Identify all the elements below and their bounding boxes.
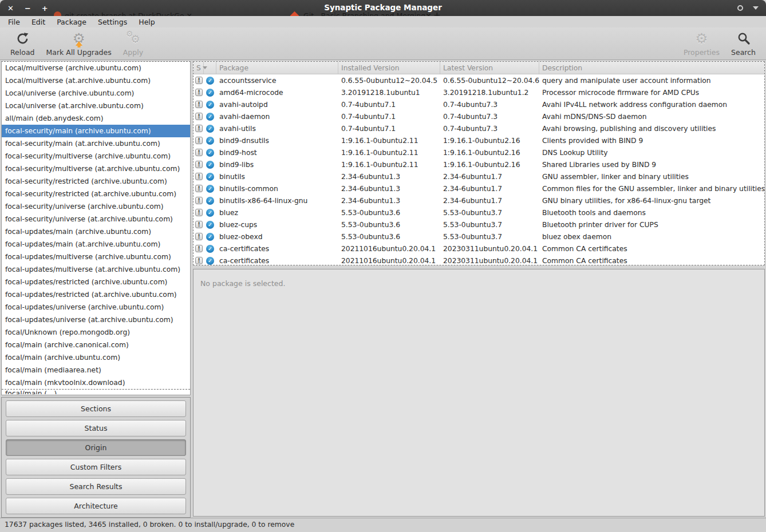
table-row[interactable]: !✓binutils-x86-64-linux-gnu2.34-6ubuntu1…: [194, 194, 764, 207]
repo-item[interactable]: focal/main (archive.ubuntu.com): [2, 351, 190, 364]
titlebar-right-controls: [737, 0, 759, 16]
status-column-label: S: [196, 64, 201, 72]
repo-item[interactable]: focal-updates/main (archive.ubuntu.com): [2, 225, 190, 238]
repo-item[interactable]: all/main (deb.anydesk.com): [2, 112, 190, 125]
table-row[interactable]: !✓binutils-common2.34-6ubuntu1.32.34-6ub…: [194, 182, 764, 194]
repo-item-selected[interactable]: focal-security/main (archive.ubuntu.com): [2, 125, 190, 137]
package-name-cell: amd64-microcode: [216, 89, 338, 97]
repo-item[interactable]: focal-updates/universe (archive.ubuntu.c…: [2, 301, 190, 313]
apply-button[interactable]: ⚙ ⚙ Apply: [117, 27, 149, 59]
filter-button-status[interactable]: Status: [6, 420, 186, 436]
package-name-cell: ca-certificates: [216, 257, 338, 265]
installed-version-cell: 0.7-4ubuntu7.1: [338, 125, 440, 133]
row-status-cell: !: [194, 101, 204, 108]
reload-button[interactable]: Reload: [5, 27, 41, 59]
table-row[interactable]: !✓binutils2.34-6ubuntu1.32.34-6ubuntu1.7…: [194, 170, 764, 182]
menu-file[interactable]: File: [2, 17, 26, 27]
repo-item[interactable]: focal-updates/multiverse (archive.ubuntu…: [2, 251, 190, 263]
latest-version-cell: 0.7-4ubuntu7.3: [440, 125, 539, 133]
package-name-cell: accountsservice: [216, 77, 338, 85]
repo-item-partial[interactable]: focal/main (…): [2, 389, 190, 394]
column-header-latest-version[interactable]: Latest Version: [440, 62, 539, 74]
description-cell: Avahi IPv4LL network address configurati…: [539, 101, 764, 109]
repo-item[interactable]: focal-security/universe (archive.ubuntu.…: [2, 200, 190, 213]
repo-item[interactable]: focal-security/restricted (at.archive.ub…: [2, 188, 190, 200]
latest-version-cell: 1:9.16.1-0ubuntu2.16: [440, 137, 539, 145]
filter-buttons-panel: SectionsStatusOriginCustom FiltersSearch…: [1, 397, 191, 518]
filter-button-search-results[interactable]: Search Results: [6, 478, 186, 495]
table-row[interactable]: !✓ca-certificates20211016ubuntu0.20.04.1…: [194, 255, 764, 265]
window-controls: ✕ − +: [7, 0, 48, 16]
search-button[interactable]: Search: [725, 27, 761, 59]
installed-version-cell: 20211016ubuntu0.20.04.1: [338, 257, 440, 265]
package-name-cell: bind9-host: [216, 149, 338, 157]
repo-item[interactable]: focal-security/multiverse (at.archive.ub…: [2, 162, 190, 175]
mark-all-upgrades-label: Mark All Upgrades: [46, 48, 112, 57]
menu-help[interactable]: Help: [133, 17, 161, 27]
filter-button-architecture[interactable]: Architecture: [6, 498, 186, 514]
mark-all-upgrades-button[interactable]: ⚙ Mark All Upgrades: [41, 27, 117, 59]
row-status-cell: !: [194, 197, 204, 204]
repo-item[interactable]: Local/multiverse (at.archive.ubuntu.com): [2, 74, 190, 87]
table-row[interactable]: !✓accountsservice0.6.55-0ubuntu12~20.04.…: [194, 74, 764, 86]
column-header-status[interactable]: S: [194, 62, 204, 74]
repo-item[interactable]: focal-security/multiverse (archive.ubunt…: [2, 150, 190, 162]
search-label: Search: [731, 48, 756, 57]
repo-item[interactable]: focal/main (archive.canonical.com): [2, 339, 190, 351]
column-header-supported[interactable]: [204, 62, 216, 74]
filter-button-origin[interactable]: Origin: [6, 439, 186, 456]
close-window-icon[interactable]: ✕: [7, 4, 14, 13]
description-cell: GNU assembler, linker and binary utiliti…: [539, 173, 764, 181]
package-name-cell: binutils: [216, 173, 338, 181]
repo-item[interactable]: focal/Unknown (repo.mongodb.org): [2, 326, 190, 339]
menu-edit[interactable]: Edit: [26, 17, 51, 27]
latest-version-cell: 1:9.16.1-0ubuntu2.16: [440, 149, 539, 157]
repo-item[interactable]: Local/universe (archive.ubuntu.com): [2, 87, 190, 100]
restore-icon[interactable]: [737, 5, 743, 11]
column-header-installed-version[interactable]: Installed Version: [338, 62, 440, 74]
titlebar-menu-icon[interactable]: [753, 6, 759, 10]
status-upgradable-icon: !: [195, 185, 203, 192]
column-header-package[interactable]: Package: [216, 62, 338, 74]
table-row[interactable]: !✓bind9-dnsutils1:9.16.1-0ubuntu2.111:9.…: [194, 134, 764, 146]
repo-item[interactable]: focal-updates/restricted (at.archive.ubu…: [2, 288, 190, 301]
description-cell: Bluetooth tools and daemons: [539, 209, 764, 217]
row-status-cell: !: [194, 113, 204, 120]
supported-check-icon: ✓: [206, 101, 214, 109]
table-row[interactable]: !✓avahi-daemon0.7-4ubuntu7.10.7-4ubuntu7…: [194, 110, 764, 122]
menu-settings[interactable]: Settings: [92, 17, 133, 27]
table-row[interactable]: !✓bind9-host1:9.16.1-0ubuntu2.111:9.16.1…: [194, 146, 764, 158]
filter-button-sections[interactable]: Sections: [6, 400, 186, 417]
column-header-description[interactable]: Description: [539, 62, 764, 74]
filter-button-custom-filters[interactable]: Custom Filters: [6, 459, 186, 475]
table-row[interactable]: !✓amd64-microcode3.20191218.1ubuntu13.20…: [194, 86, 764, 98]
repo-item[interactable]: focal-updates/multiverse (at.archive.ubu…: [2, 263, 190, 276]
repo-item[interactable]: focal-security/main (at.archive.ubuntu.c…: [2, 137, 190, 150]
description-cell: Avahi browsing, publishing and discovery…: [539, 125, 764, 133]
table-row[interactable]: !✓bluez-cups5.53-0ubuntu3.65.53-0ubuntu3…: [194, 219, 764, 231]
table-row[interactable]: !✓bluez5.53-0ubuntu3.65.53-0ubuntu3.7Blu…: [194, 207, 764, 219]
repo-item[interactable]: focal-updates/main (at.archive.ubuntu.co…: [2, 238, 190, 251]
repo-item[interactable]: Local/universe (at.archive.ubuntu.com): [2, 100, 190, 112]
table-row[interactable]: !✓avahi-autoipd0.7-4ubuntu7.10.7-4ubuntu…: [194, 98, 764, 110]
repo-item[interactable]: focal-updates/restricted (archive.ubuntu…: [2, 276, 190, 288]
repo-item[interactable]: focal-security/restricted (archive.ubunt…: [2, 175, 190, 188]
repo-item[interactable]: focal/main (mkvtoolnix.download): [2, 376, 190, 389]
repo-item[interactable]: focal/main (mediaarea.net): [2, 364, 190, 376]
description-cell: DNS Lookup Utility: [539, 149, 764, 157]
supported-check-icon: ✓: [206, 89, 214, 97]
repo-item[interactable]: Local/multiverse (archive.ubuntu.com): [2, 62, 190, 74]
row-supported-cell: ✓: [204, 101, 216, 109]
repo-item[interactable]: focal-updates/universe (at.archive.ubunt…: [2, 313, 190, 326]
table-row[interactable]: !✓bind9-libs1:9.16.1-0ubuntu2.111:9.16.1…: [194, 158, 764, 170]
table-row[interactable]: !✓ca-certificates20211016ubuntu0.20.04.1…: [194, 243, 764, 255]
minimize-window-icon[interactable]: −: [25, 4, 31, 13]
maximize-window-icon[interactable]: +: [42, 4, 48, 13]
row-supported-cell: ✓: [204, 233, 216, 241]
menu-package[interactable]: Package: [51, 17, 92, 27]
table-row[interactable]: !✓avahi-utils0.7-4ubuntu7.10.7-4ubuntu7.…: [194, 122, 764, 134]
table-row[interactable]: !✓bluez-obexd5.53-0ubuntu3.65.53-0ubuntu…: [194, 231, 764, 243]
repo-item[interactable]: focal-security/universe (at.archive.ubun…: [2, 213, 190, 225]
supported-check-icon: ✓: [206, 173, 214, 181]
properties-button[interactable]: ⚙ Properties: [678, 27, 725, 59]
